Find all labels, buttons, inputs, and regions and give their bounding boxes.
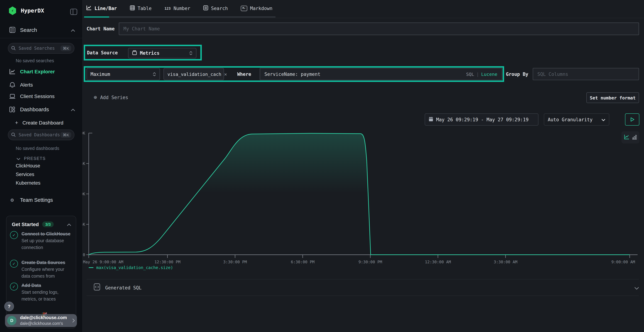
where-field-wrap: SQL|Lucene (260, 68, 502, 80)
user-email: dale@clickhouse.com (20, 315, 67, 321)
chevron-down-icon[interactable] (634, 284, 639, 291)
tab-line-bar[interactable]: Line/Bar (86, 5, 117, 11)
cmd-k-shortcut: ⌘K (61, 46, 71, 51)
y-tick-label: 50K (82, 192, 85, 196)
dashboards-section-label: Dashboards (20, 106, 49, 112)
search-icon (11, 132, 16, 138)
sidebar-item-alerts[interactable]: Alerts (8, 82, 75, 88)
line-chart-icon (86, 5, 92, 11)
run-query-button[interactable] (625, 114, 639, 126)
generated-sql-row[interactable]: Generated SQL (94, 283, 639, 292)
preset-services[interactable]: Services (16, 172, 34, 177)
sidebar-item-label: Chart Explorer (20, 69, 55, 74)
sidebar-item-team-settings[interactable]: ⚙ Team Settings (8, 197, 75, 203)
check-circle-icon: ✓ (10, 283, 18, 290)
user-menu[interactable]: D dale@clickhouse.com dale@clickhouse.co… (5, 314, 77, 327)
tab-label: Search (211, 6, 228, 11)
x-tick-label: 12:30:00 PM (154, 260, 180, 264)
check-circle-icon: ✓ (10, 231, 18, 239)
app-title: HyperDX (21, 8, 44, 14)
get-started-title: Get Started (12, 221, 39, 227)
chart-legend[interactable]: max(visa_validation_cache.size) (89, 265, 173, 270)
get-started-item-connect[interactable]: ✓ Connect to ClickHouse Set up your data… (10, 230, 73, 251)
metric-tag-label: visa_validation_cach (168, 71, 221, 77)
chevron-up-icon[interactable] (71, 26, 75, 33)
team-settings-label: Team Settings (20, 197, 53, 203)
legend-swatch (89, 267, 94, 268)
check-circle-icon: ✓ (10, 260, 18, 268)
select-chevrons-icon (153, 72, 156, 76)
no-saved-dashboards-text: No saved dashboards (16, 146, 59, 151)
group-by-input[interactable] (533, 68, 639, 80)
x-tick-label: 12:30:00 AM (425, 260, 451, 264)
date-range-picker[interactable]: May 26 09:29:19 - May 27 09:29:19 (425, 114, 538, 126)
tab-table[interactable]: Table (130, 5, 152, 11)
dashboards-icon (8, 106, 16, 112)
granularity-select[interactable]: Auto Granularity (544, 114, 609, 126)
active-tab-indicator (84, 16, 109, 18)
tab-markdown[interactable]: M↓ Markdown (241, 6, 272, 11)
sidebar-item-label: Client Sessions (20, 94, 54, 99)
metrics-box-icon (132, 50, 137, 56)
main-content: Line/Bar Table 123 Number Search (82, 0, 644, 332)
remove-metric-icon[interactable]: ✕ (224, 71, 227, 77)
saved-searches-placeholder: Saved Searches (18, 46, 61, 51)
get-started-item-title: Connect to ClickHouse (22, 232, 70, 236)
y-tick-label: 100K (82, 131, 85, 136)
sidebar-section-dashboards[interactable]: Dashboards (8, 106, 75, 113)
tab-number[interactable]: 123 Number (164, 6, 190, 11)
get-started-item-add-data[interactable]: ✓ Add Data Start sending logs, metrics, … (10, 282, 73, 302)
saved-dashboards-placeholder: Saved Dashboards (18, 132, 61, 138)
table-icon (130, 5, 135, 11)
sidebar-item-chart-explorer[interactable]: Chart Explorer (8, 69, 75, 74)
presets-group-header[interactable]: PRESETS (16, 155, 46, 162)
saved-searches-input[interactable]: Saved Searches ⌘K (8, 43, 74, 54)
timeseries-chart[interactable]: 100K 75K 50K 25K 0 May 26 9:00:00 AM 12:… (82, 127, 640, 270)
tab-label: Markdown (250, 6, 272, 11)
lucene-mode-toggle[interactable]: Lucene (481, 72, 497, 77)
add-series-button[interactable]: ⊕ Add Series (94, 94, 128, 100)
preset-kubernetes[interactable]: Kubernetes (16, 180, 40, 186)
app-logo[interactable]: ⚡ HyperDX (8, 6, 44, 15)
chart-name-input[interactable] (119, 22, 639, 35)
divider (86, 296, 639, 296)
sidebar-section-search[interactable]: Search (8, 26, 75, 33)
sidebar-item-client-sessions[interactable]: Client Sessions (8, 94, 75, 99)
sql-mode-toggle[interactable]: SQL (466, 72, 474, 77)
divider (86, 279, 639, 280)
line-chart-icon (8, 69, 16, 74)
metric-tag[interactable]: visa_validation_cach ✕ (164, 68, 224, 80)
sidebar-item-label: Alerts (20, 82, 33, 88)
y-tick-label: 75K (82, 161, 85, 166)
tab-bar: Line/Bar Table 123 Number Search (82, 0, 644, 18)
data-source-value: Metrics (140, 50, 160, 56)
gear-icon: ⚙ (8, 197, 16, 203)
aggregation-select[interactable]: Maximum (86, 68, 160, 80)
where-label: Where (237, 72, 251, 77)
saved-dashboards-input[interactable]: Saved Dashboards ⌘K (8, 130, 74, 140)
get-started-item-desc: Configure where your data comes from (22, 267, 64, 279)
preset-clickhouse[interactable]: ClickHouse (16, 163, 40, 168)
user-team: dale@clickhouse.com's (20, 321, 67, 326)
collapse-sidebar-icon[interactable] (70, 8, 77, 16)
get-started-item-datasources[interactable]: ✓ Create Data Sources Configure where yo… (10, 259, 73, 280)
chevron-up-icon[interactable] (71, 106, 75, 113)
no-saved-searches-text: No saved searches (16, 58, 54, 63)
x-tick-label: 6:30:00 PM (291, 260, 314, 264)
presets-label: PRESETS (24, 156, 46, 160)
help-button[interactable]: ? (4, 302, 14, 311)
chevron-down-icon (602, 117, 605, 122)
legend-series-name: max(visa_validation_cache.size) (96, 265, 173, 270)
x-tick-label: May 26 9:00:00 AM (83, 260, 123, 264)
mode-separator: | (474, 72, 481, 77)
set-number-format-button[interactable]: Set number format (586, 92, 639, 103)
tab-label: Table (138, 6, 152, 11)
play-icon (630, 117, 634, 122)
chart-name-label: Chart Name (86, 26, 115, 32)
chevron-right-icon (72, 317, 75, 324)
list-icon (203, 5, 208, 11)
create-dashboard-button[interactable]: + Create Dashboard (15, 120, 63, 126)
chevron-up-icon[interactable] (67, 221, 71, 228)
data-source-select[interactable]: Metrics (128, 48, 196, 58)
tab-search[interactable]: Search (203, 5, 228, 11)
